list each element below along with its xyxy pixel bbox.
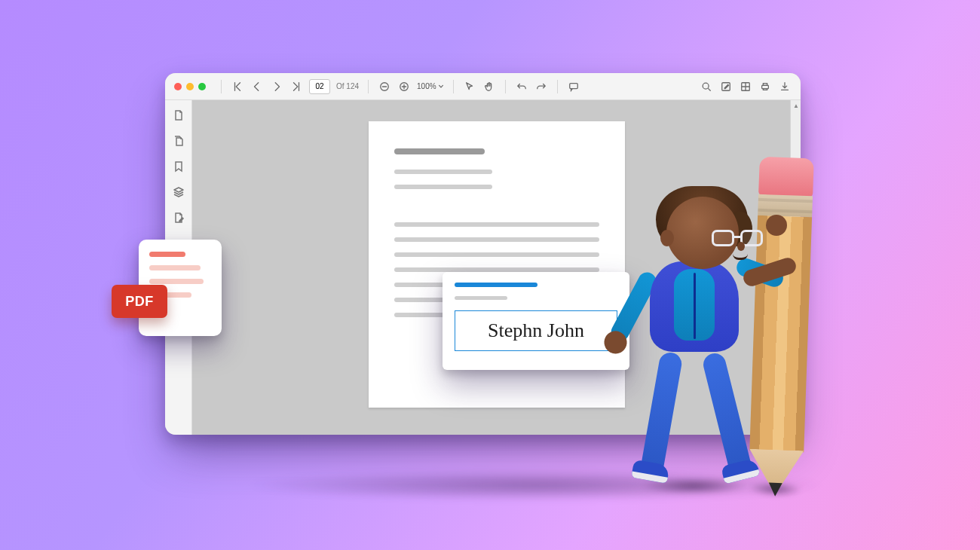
signature-value: Stephn John	[488, 319, 584, 342]
first-page-icon[interactable]	[231, 80, 244, 93]
maximize-icon[interactable]	[198, 83, 206, 90]
pdf-document-card: PDF	[139, 240, 222, 336]
redo-icon[interactable]	[534, 80, 548, 93]
last-page-icon[interactable]	[289, 80, 303, 93]
minimize-icon[interactable]	[186, 83, 194, 90]
toolbar-divider	[557, 80, 558, 93]
zoom-in-icon[interactable]	[397, 80, 411, 93]
signature-card: Stephn John	[443, 272, 629, 370]
comment-icon[interactable]	[567, 80, 580, 93]
toolbar-divider	[368, 80, 369, 93]
pdf-card-line	[149, 265, 201, 270]
page-text-placeholder	[394, 185, 492, 189]
search-icon[interactable]	[700, 80, 713, 93]
zoom-level-dropdown[interactable]: 100%	[417, 82, 444, 90]
pdf-badge: PDF	[112, 285, 167, 318]
page-text-placeholder	[394, 222, 599, 227]
close-icon[interactable]	[174, 83, 182, 90]
page-text-placeholder	[394, 252, 599, 257]
page-heading-placeholder	[394, 148, 485, 154]
pencil-lead	[768, 483, 782, 497]
character-illustration	[633, 192, 761, 493]
pencil-ferrule	[758, 194, 813, 217]
page-total-label: Of 124	[336, 82, 359, 90]
pages-stack-icon[interactable]	[173, 135, 185, 147]
pencil-eraser	[758, 157, 814, 197]
toolbar-divider	[221, 80, 222, 93]
signature-field[interactable]: Stephn John	[455, 310, 617, 351]
pdf-badge-label: PDF	[125, 294, 154, 310]
zoom-out-icon[interactable]	[378, 80, 391, 93]
next-page-icon[interactable]	[270, 80, 283, 93]
edit-annotation-icon[interactable]	[719, 80, 733, 93]
print-icon[interactable]	[758, 80, 772, 93]
page-text-placeholder	[394, 237, 599, 242]
undo-icon[interactable]	[515, 80, 528, 93]
window-controls	[174, 83, 206, 90]
prev-page-icon[interactable]	[250, 80, 264, 93]
svg-rect-6	[762, 85, 769, 88]
viewer-toolbar: Of 124 100%	[165, 73, 801, 100]
pdf-card-line	[149, 279, 204, 284]
grid-icon[interactable]	[739, 80, 752, 93]
toolbar-divider	[453, 80, 454, 93]
page-number-input[interactable]	[309, 79, 330, 94]
signature-card-title-placeholder	[455, 283, 537, 287]
scroll-up-icon[interactable]: ▲	[791, 100, 801, 111]
page-icon[interactable]	[173, 109, 185, 121]
bookmark-icon[interactable]	[173, 160, 185, 173]
download-icon[interactable]	[778, 80, 792, 93]
chevron-down-icon	[438, 84, 444, 90]
sign-document-icon[interactable]	[173, 212, 185, 224]
pdf-card-line	[149, 252, 185, 257]
signature-card-subtitle-placeholder	[455, 296, 507, 300]
svg-rect-2	[569, 83, 577, 88]
svg-point-3	[703, 83, 709, 89]
toolbar-divider	[505, 80, 506, 93]
hand-icon[interactable]	[482, 80, 496, 93]
layers-icon[interactable]	[173, 186, 185, 198]
zoom-level-value: 100%	[417, 82, 436, 90]
page-text-placeholder	[394, 170, 492, 174]
cursor-icon[interactable]	[463, 80, 476, 93]
